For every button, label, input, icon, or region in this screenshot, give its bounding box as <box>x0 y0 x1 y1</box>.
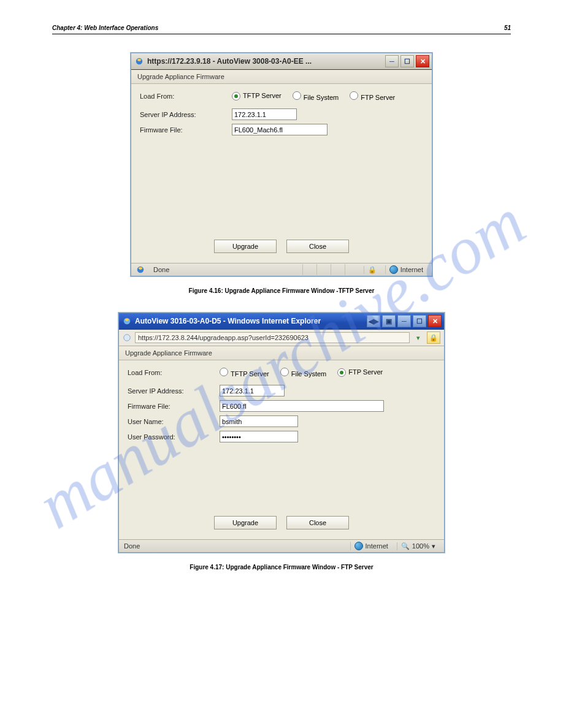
radio-icon <box>220 368 228 376</box>
maximize-button[interactable]: ☐ <box>413 315 426 327</box>
radio-icon <box>232 92 240 100</box>
maximize-button[interactable]: ☐ <box>400 55 414 67</box>
radio-ftp[interactable]: FTP Server <box>337 368 383 377</box>
panel-title: Upgrade Appliance Firmware <box>131 70 432 84</box>
close-button[interactable]: Close <box>286 516 349 529</box>
chevron-down-icon: ▾ <box>432 542 435 550</box>
upgrade-button[interactable]: Upgrade <box>214 240 277 253</box>
zone-text: Internet <box>366 542 388 550</box>
radio-icon <box>293 91 301 100</box>
upgrade-firmware-window-ftp: AutoView 3016-03-A0-D5 - Windows Interne… <box>118 313 445 553</box>
minimize-button[interactable]: ─ <box>397 315 411 327</box>
radio-label: File System <box>304 94 339 101</box>
radio-ftp[interactable]: FTP Server <box>350 91 395 101</box>
titlebar[interactable]: https://172.23.9.18 - AutoView 3008-03-A… <box>131 53 432 70</box>
ie-icon <box>136 265 145 274</box>
firmware-file-label: Firmware File: <box>140 126 232 134</box>
zoom-value: 100% <box>412 542 429 550</box>
status-bar: Done 🔒 Internet <box>131 263 432 276</box>
radio-tftp[interactable]: TFTP Server <box>232 92 282 100</box>
titlebar[interactable]: AutoView 3016-03-A0-D5 - Windows Interne… <box>119 313 444 330</box>
server-ip-label: Server IP Address: <box>128 387 220 395</box>
radio-icon <box>280 368 289 376</box>
form-body: Load From: TFTP Server File System FTP S… <box>131 84 432 263</box>
radio-label: FTP Server <box>348 368 383 376</box>
upgrade-button[interactable]: Upgrade <box>214 516 277 529</box>
load-from-label: Load From: <box>140 93 232 100</box>
nav-back-button[interactable]: ◀▶ <box>367 315 380 327</box>
header-rule <box>52 34 511 34</box>
form-body: Load From: TFTP Server File System FTP S… <box>119 360 444 539</box>
load-from-label: Load From: <box>128 369 220 376</box>
radio-icon <box>350 91 358 100</box>
magnifier-icon: 🔍 <box>401 542 410 550</box>
zone-text: Internet <box>400 266 423 273</box>
close-button[interactable]: Close <box>286 240 349 253</box>
window-title: AutoView 3016-03-A0-D5 - Windows Interne… <box>135 317 367 325</box>
radio-label: File System <box>291 370 326 377</box>
firmware-file-label: Firmware File: <box>128 403 220 410</box>
figure-caption: Figure 4.16: Upgrade Appliance Firmware … <box>52 287 511 294</box>
panel-title: Upgrade Appliance Firmware <box>119 346 444 360</box>
server-ip-input[interactable] <box>232 108 297 120</box>
go-dropdown-icon[interactable]: ▾ <box>413 333 423 343</box>
minimize-button[interactable]: ─ <box>385 55 399 67</box>
figure-caption: Figure 4.17: Upgrade Appliance Firmware … <box>52 564 511 571</box>
radio-label: TFTP Server <box>231 370 269 377</box>
globe-icon <box>354 542 363 550</box>
close-button[interactable]: ✕ <box>416 55 429 67</box>
globe-icon <box>389 265 398 274</box>
zoom-control[interactable]: 🔍 100% ▾ <box>397 542 439 550</box>
radio-label: FTP Server <box>361 94 395 101</box>
page-header: Chapter 4: Web Interface Operations 51 <box>52 25 511 31</box>
window-title: https://172.23.9.18 - AutoView 3008-03-A… <box>147 57 385 66</box>
firmware-file-input[interactable] <box>220 400 384 412</box>
header-page-number: 51 <box>504 25 511 31</box>
header-chapter: Chapter 4: Web Interface Operations <box>52 25 158 31</box>
radio-tftp[interactable]: TFTP Server <box>220 368 269 377</box>
upgrade-firmware-window-tftp: https://172.23.9.18 - AutoView 3008-03-A… <box>131 53 432 276</box>
ie-icon <box>135 57 144 66</box>
radio-label: TFTP Server <box>243 92 282 99</box>
user-password-label: User Password: <box>128 433 220 441</box>
user-password-input[interactable] <box>220 431 298 442</box>
status-bar: Done Internet 🔍 100% ▾ <box>119 539 444 552</box>
user-name-label: User Name: <box>128 418 220 425</box>
lock-icon: 🔒 <box>427 332 440 344</box>
lock-icon: 🔒 <box>368 266 377 274</box>
svg-point-3 <box>124 335 131 341</box>
radio-filesystem[interactable]: File System <box>293 91 339 101</box>
user-name-input[interactable] <box>220 415 298 427</box>
server-ip-input[interactable] <box>220 385 285 396</box>
server-ip-label: Server IP Address: <box>140 111 232 118</box>
page-icon <box>123 333 131 342</box>
radio-filesystem[interactable]: File System <box>280 368 326 377</box>
close-button[interactable]: ✕ <box>428 315 442 327</box>
url-input[interactable]: https://172.23.8.244/upgradeapp.asp?user… <box>135 332 410 343</box>
tile-button[interactable]: ▣ <box>382 315 396 327</box>
address-bar: https://172.23.8.244/upgradeapp.asp?user… <box>119 330 444 346</box>
status-text: Done <box>124 542 140 550</box>
ie-icon <box>123 317 131 325</box>
firmware-file-input[interactable] <box>232 124 327 135</box>
radio-icon <box>337 368 346 377</box>
status-text: Done <box>153 266 169 273</box>
